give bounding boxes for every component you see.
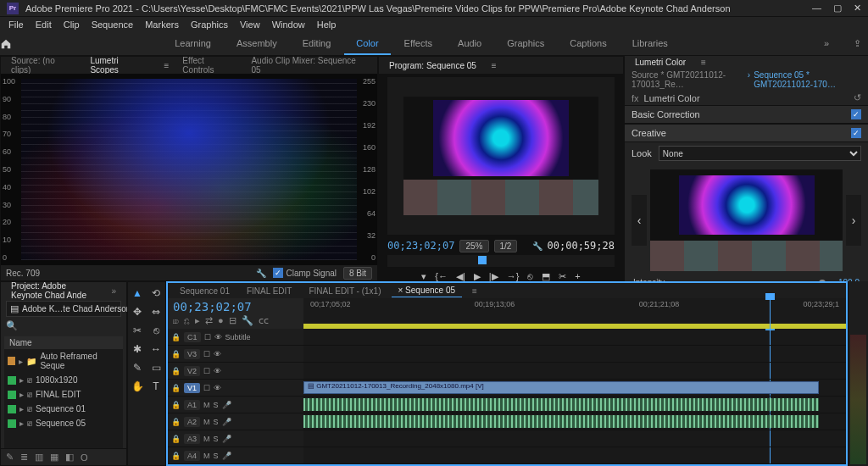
track-lane[interactable] <box>303 447 846 464</box>
workspace-tab-editing[interactable]: Editing <box>291 33 343 55</box>
creative-toggle[interactable]: ✓ <box>851 128 861 138</box>
timeline-option-icon[interactable]: ● <box>218 315 224 326</box>
transport-button[interactable]: ⬒ <box>542 271 550 282</box>
audio-clip[interactable] <box>303 415 819 428</box>
project-tab[interactable]: Project: Adobe Keynote Chad Ande <box>6 280 103 302</box>
menu-markers[interactable]: Markers <box>140 18 184 31</box>
track-lane[interactable] <box>303 430 846 447</box>
preview-prev-button[interactable]: ‹ <box>632 195 647 246</box>
timeline-option-icon[interactable]: ▸ <box>195 315 200 326</box>
project-search-input[interactable] <box>22 304 130 313</box>
project-footer-button[interactable]: ▥ <box>35 452 43 463</box>
project-item[interactable]: ▸⎚1080x1920 <box>4 373 123 387</box>
panel-menu-icon[interactable]: ≡ <box>159 59 175 72</box>
transport-button[interactable]: + <box>575 271 580 281</box>
timeline-option-icon[interactable]: ⊟ <box>229 315 236 326</box>
transport-button[interactable]: ✂ <box>559 271 566 282</box>
timeline-option-icon[interactable]: ⎄ <box>173 315 179 326</box>
tool-button[interactable]: ✥ <box>130 304 145 319</box>
track-header[interactable]: 🔒A3MS🎤 <box>168 430 303 447</box>
tool-button[interactable]: ✋ <box>130 379 145 394</box>
timeline-option-icon[interactable]: 🔧 <box>242 315 253 326</box>
timeline-timecode[interactable]: 00;23;02;07 <box>173 300 298 313</box>
tool-button[interactable]: T <box>148 379 164 394</box>
audio-clip[interactable] <box>303 398 819 411</box>
creative-section[interactable]: Creative✓ <box>625 124 868 142</box>
menu-clip[interactable]: Clip <box>58 18 85 31</box>
fx-icon[interactable]: fx <box>632 93 639 103</box>
lumetri-tab[interactable]: Lumetri Color <box>630 56 691 69</box>
scope-settings-icon[interactable]: 🔧 <box>256 269 266 278</box>
track-lane[interactable]: ▤ GMT20211012-170013_Recording_2048x1080… <box>303 380 846 397</box>
sequence-tab[interactable]: FINAL EDIT - (1x1) <box>302 285 387 297</box>
look-dropdown[interactable]: None <box>659 146 861 161</box>
tool-button[interactable]: ✱ <box>130 341 145 357</box>
sequence-tab[interactable]: FINAL EDIT <box>240 285 299 297</box>
panel-menu-icon[interactable]: ≡ <box>487 59 502 72</box>
project-footer-button[interactable]: O <box>81 452 88 463</box>
project-footer-button[interactable]: ≣ <box>20 452 28 463</box>
workspace-tab-audio[interactable]: Audio <box>446 33 493 55</box>
effect-reset-icon[interactable]: ↺ <box>854 92 861 103</box>
project-item[interactable]: ▸⎚Sequence 05 <box>4 416 123 430</box>
track-header[interactable]: 🔒A1MS🎤 <box>168 397 303 413</box>
tool-button[interactable]: ▭ <box>148 360 164 375</box>
window-maximize-button[interactable]: ▢ <box>833 3 842 14</box>
track-lane[interactable] <box>303 413 846 430</box>
menu-file[interactable]: File <box>3 18 29 31</box>
transport-button[interactable]: →} <box>507 271 520 281</box>
program-in-timecode[interactable]: 00;23;02;07 <box>387 240 454 252</box>
track-lane[interactable] <box>303 397 846 413</box>
transport-button[interactable]: ⎋ <box>527 271 533 281</box>
workspace-tab-learning[interactable]: Learning <box>163 33 223 55</box>
timeline-option-icon[interactable]: ⇄ <box>205 315 213 326</box>
transport-button[interactable]: ▶ <box>474 271 481 282</box>
project-item[interactable]: ▸⎚FINAL EDIT <box>4 387 123 402</box>
menu-sequence[interactable]: Sequence <box>86 18 139 31</box>
window-close-button[interactable]: ✕ <box>854 3 861 14</box>
workspace-tab-captions[interactable]: Captions <box>558 33 618 55</box>
basic-correction-toggle[interactable]: ✓ <box>851 109 861 119</box>
home-button[interactable] <box>0 38 25 50</box>
video-clip[interactable]: ▤ GMT20211012-170013_Recording_2048x1080… <box>303 381 819 394</box>
bit-depth-selector[interactable]: 8 Bit <box>343 267 372 280</box>
clamp-signal-toggle[interactable]: ✓Clamp Signal <box>273 268 337 278</box>
workspace-tab-assembly[interactable]: Assembly <box>225 33 289 55</box>
menu-view[interactable]: View <box>235 18 265 31</box>
program-monitor-viewport[interactable] <box>387 77 615 235</box>
track-header[interactable]: 🔒V1☐👁 <box>168 380 303 397</box>
project-footer-button[interactable]: ▦ <box>50 452 58 463</box>
menu-edit[interactable]: Edit <box>31 18 57 31</box>
preview-next-button[interactable]: › <box>846 195 861 246</box>
project-search[interactable]: ▤ <box>6 301 121 317</box>
track-header[interactable]: 🔒V3☐👁 <box>168 346 303 363</box>
tool-button[interactable]: ✂ <box>130 323 145 338</box>
workspace-tab-color[interactable]: Color <box>344 33 390 55</box>
track-lane[interactable] <box>303 363 846 380</box>
panel-menu-icon[interactable]: ≡ <box>465 285 484 297</box>
tool-button[interactable]: ⇔ <box>148 304 164 319</box>
track-header[interactable]: 🔒A2MS🎤 <box>168 413 303 430</box>
menu-bar[interactable]: FileEditClipSequenceMarkersGraphicsViewW… <box>0 17 868 32</box>
menu-graphics[interactable]: Graphics <box>186 18 233 31</box>
project-footer-button[interactable]: ✎ <box>6 452 14 463</box>
track-lane[interactable] <box>303 346 846 363</box>
track-lane[interactable] <box>303 329 846 346</box>
timeline-option-icon[interactable]: ᴄᴄ <box>259 315 269 326</box>
menu-help[interactable]: Help <box>312 18 342 31</box>
name-column-header[interactable]: Name <box>4 336 123 349</box>
transport-button[interactable]: ◀| <box>456 271 465 282</box>
program-settings-icon[interactable]: 🔧 <box>532 241 542 251</box>
tool-button[interactable]: ⟲ <box>148 286 164 301</box>
timeline-ruler[interactable]: 00;17;05;0200;19;13;0600;21;21;0800;23;2… <box>303 298 846 329</box>
track-header[interactable]: 🔒A4MS🎤 <box>168 447 303 464</box>
zoom-dropdown[interactable]: 25% <box>459 240 488 252</box>
project-item[interactable]: ▸⎚Sequence 01 <box>4 402 123 416</box>
project-item[interactable]: ▸📁Auto Reframed Seque <box>4 349 123 373</box>
tool-button[interactable]: ↔ <box>148 341 164 357</box>
window-minimize-button[interactable]: — <box>812 3 821 14</box>
transport-button[interactable]: |▶ <box>489 271 498 282</box>
track-header[interactable]: 🔒V2☐👁 <box>168 363 303 380</box>
transport-button[interactable]: {← <box>435 271 448 281</box>
timeline-playhead[interactable] <box>770 298 771 329</box>
